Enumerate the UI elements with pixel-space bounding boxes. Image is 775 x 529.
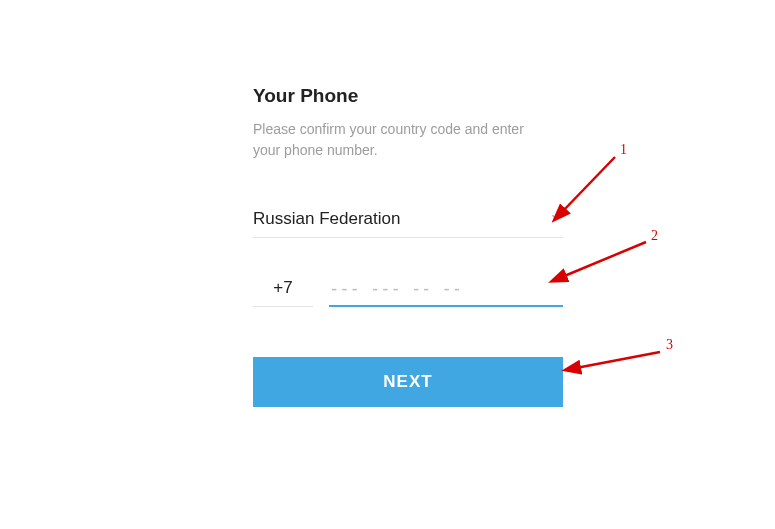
page-title: Your Phone <box>253 85 563 107</box>
svg-line-2 <box>576 352 660 368</box>
chevron-down-icon <box>549 210 563 228</box>
annotation-2: 2 <box>651 228 658 244</box>
page-subtitle: Please confirm your country code and ent… <box>253 119 533 161</box>
country-label: Russian Federation <box>253 209 400 229</box>
phone-number-input[interactable] <box>329 279 563 307</box>
annotation-3: 3 <box>666 337 673 353</box>
phone-row <box>253 278 563 307</box>
svg-line-1 <box>562 242 646 277</box>
country-select[interactable]: Russian Federation <box>253 209 563 238</box>
phone-form: Your Phone Please confirm your country c… <box>253 85 563 407</box>
next-button[interactable]: NEXT <box>253 357 563 407</box>
annotation-1: 1 <box>620 142 627 158</box>
country-code-input[interactable] <box>253 278 313 307</box>
svg-line-0 <box>562 157 615 212</box>
